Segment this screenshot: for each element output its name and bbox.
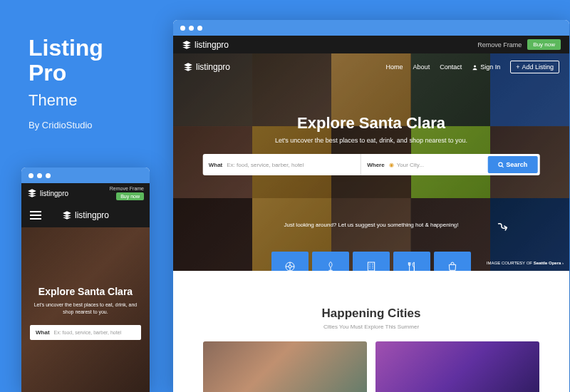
nav-contact[interactable]: Contact	[440, 63, 462, 71]
svg-point-0	[474, 65, 476, 67]
stack-icon	[27, 188, 37, 198]
promo-byline: By CridioStudio	[28, 120, 103, 130]
where-placeholder: Your City...	[397, 162, 424, 168]
pin-icon: ◉	[389, 162, 394, 168]
suggest-text: Just looking around? Let us suggest you …	[252, 222, 490, 228]
promo-title-block: ListingPro Theme By CridioStudio	[28, 36, 103, 130]
search-bar: What Ex: food, service, barber, hotel Wh…	[203, 154, 540, 175]
city-card[interactable]	[203, 341, 367, 392]
window-dot	[197, 26, 202, 31]
search-what-input[interactable]: What Ex: food, service, barber, hotel	[30, 325, 141, 340]
category-beauty[interactable]: Beauty & Spa	[312, 252, 349, 271]
plus-icon: +	[516, 63, 519, 71]
mobile-preview-window: listingpro Remove Frame Buy now listingp…	[21, 167, 150, 392]
what-label: What	[209, 162, 223, 168]
user-icon	[472, 64, 478, 71]
window-titlebar	[173, 20, 569, 36]
nav-home[interactable]: Home	[386, 63, 403, 71]
where-label: Where	[367, 162, 384, 168]
hero-sub: Let's uncover the best places to eat, dr…	[30, 301, 141, 316]
promo-title: ListingPro	[28, 36, 103, 86]
brand-logo[interactable]: listingpro	[62, 210, 109, 220]
hero-headline: Explore Santa Clara	[203, 114, 540, 133]
mobile-nav: listingpro	[21, 203, 150, 227]
hamburger-menu[interactable]	[30, 211, 41, 220]
what-placeholder: Ex: food, service, barber, hotel	[227, 162, 304, 168]
svg-line-2	[502, 165, 503, 167]
shopping-icon	[447, 261, 458, 271]
stack-icon	[62, 210, 72, 220]
city-card[interactable]	[375, 341, 539, 392]
window-titlebar	[21, 167, 150, 183]
automotive-icon	[284, 261, 296, 271]
theme-topbar: listingpro Remove Frame Buy now	[173, 36, 569, 53]
signin-link[interactable]: Sign In	[472, 63, 500, 71]
what-label: What	[36, 329, 50, 336]
search-where-input[interactable]: Where ◉ Your City...	[361, 154, 485, 175]
mobile-hero: Explore Santa Clara Let's uncover the be…	[21, 227, 150, 392]
category-hotels[interactable]: Hotels	[353, 252, 390, 271]
search-icon	[497, 162, 504, 168]
section-title: Happening Cities	[187, 306, 555, 321]
window-dot	[37, 173, 42, 178]
hero-content: Explore Santa Clara Let's uncover the be…	[203, 114, 540, 175]
category-automotive[interactable]: Automotive	[271, 252, 309, 271]
window-dot	[189, 26, 194, 31]
svg-point-1	[498, 163, 502, 166]
stack-icon	[183, 62, 193, 72]
image-credit: IMAGE COURTESY OF Seattle Opera ›	[487, 261, 564, 265]
desktop-preview-window: listingpro Remove Frame Buy now listingp…	[173, 20, 569, 392]
svg-point-4	[289, 265, 291, 268]
beauty-icon	[325, 261, 336, 271]
cities-section: Happening Cities Cities You Must Explore…	[173, 271, 569, 392]
add-listing-button[interactable]: +Add Listing	[510, 61, 559, 73]
remove-frame-link[interactable]: Remove Frame	[477, 41, 522, 48]
theme-topbar: listingpro Remove Frame Buy now	[21, 183, 150, 203]
category-restaurant[interactable]: Restaurant	[393, 252, 430, 271]
search-what-input[interactable]: What Ex: food, service, barber, hotel	[203, 154, 361, 175]
section-sub: Cities You Must Explore This Summer	[187, 324, 555, 330]
search-button[interactable]: Search	[487, 156, 537, 173]
svg-rect-9	[368, 262, 374, 271]
what-placeholder: Ex: food, service, barber, hotel	[54, 330, 122, 335]
hero-section: listingpro Home About Contact Sign In +A…	[173, 53, 569, 271]
nav-about[interactable]: About	[413, 63, 430, 71]
buy-now-button[interactable]: Buy now	[116, 192, 144, 200]
promo-subtitle: Theme	[28, 91, 103, 110]
window-dot	[28, 173, 33, 178]
stack-icon	[182, 40, 192, 50]
main-nav: listingpro Home About Contact Sign In +A…	[173, 53, 569, 81]
remove-frame-link[interactable]: Remove Frame	[110, 186, 144, 191]
hero-headline: Explore Santa Clara	[38, 286, 133, 297]
restaurant-icon	[406, 261, 418, 271]
window-dot	[46, 173, 51, 178]
buy-now-button[interactable]: Buy now	[527, 39, 561, 50]
hero-sub: Let's uncover the best places to eat, dr…	[203, 137, 540, 144]
category-tiles: Automotive Beauty & Spa Hotels Restauran…	[271, 252, 471, 271]
brand-logo[interactable]: listingpro	[183, 62, 230, 72]
category-shopping[interactable]: Shopping	[434, 252, 471, 271]
brand-logo[interactable]: listingpro	[182, 40, 229, 50]
brand-logo[interactable]: listingpro	[27, 188, 68, 198]
hotel-icon	[366, 261, 377, 271]
window-dot	[180, 26, 185, 31]
